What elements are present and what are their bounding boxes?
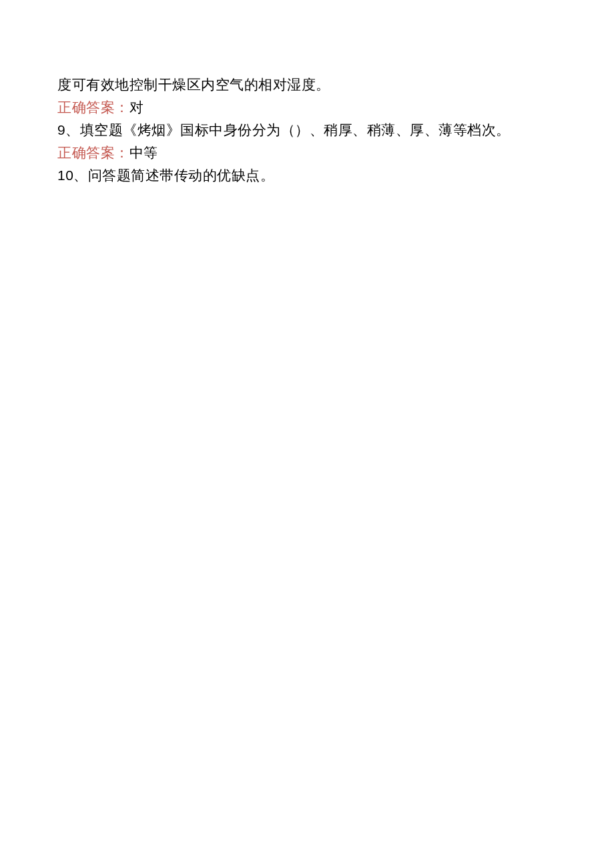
- answer-line-8: 正确答案：对: [57, 97, 557, 119]
- question-9: 9、填空题《烤烟》国标中身份分为（）、稍厚、稍薄、厚、薄等档次。: [57, 119, 557, 141]
- answer-text: 对: [129, 99, 144, 115]
- separator: 、: [65, 122, 80, 138]
- answer-text: 中等: [129, 145, 158, 161]
- text-fragment: 度可有效地控制干燥区内空气的相对湿度。: [57, 77, 330, 93]
- question-10: 10、问答题简述带传动的优缺点。: [57, 165, 557, 187]
- question-text: 问答题简述带传动的优缺点。: [88, 167, 275, 183]
- answer-line-9: 正确答案：中等: [57, 143, 557, 164]
- question-number: 10: [57, 167, 73, 183]
- question-number: 9: [57, 122, 65, 137]
- document-content: 度可有效地控制干燥区内空气的相对湿度。 正确答案：对 9、填空题《烤烟》国标中身…: [57, 75, 557, 187]
- separator: 、: [73, 167, 88, 183]
- answer-label: 正确答案：: [57, 145, 129, 161]
- answer-label: 正确答案：: [57, 99, 129, 115]
- question-text: 填空题《烤烟》国标中身份分为（）、稍厚、稍薄、厚、薄等档次。: [80, 122, 511, 138]
- continuation-line: 度可有效地控制干燥区内空气的相对湿度。: [57, 75, 557, 96]
